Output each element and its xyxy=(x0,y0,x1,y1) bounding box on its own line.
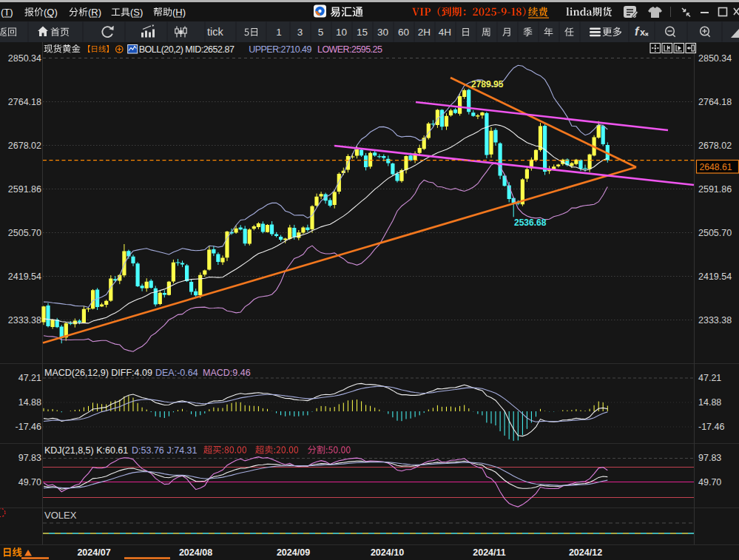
svg-text:(Q): (Q) xyxy=(44,7,58,18)
svg-text:LOWER:2595.25: LOWER:2595.25 xyxy=(317,44,382,55)
svg-text:-17.46: -17.46 xyxy=(698,422,724,432)
svg-text:97.83: 97.83 xyxy=(698,453,721,463)
svg-text:2H: 2H xyxy=(418,27,431,38)
svg-text:BOLL(20,2) MID:2652.87: BOLL(20,2) MID:2652.87 xyxy=(139,44,234,55)
svg-text:47.21: 47.21 xyxy=(18,373,41,383)
svg-text:47.21: 47.21 xyxy=(698,373,721,383)
svg-text:2789.95: 2789.95 xyxy=(471,79,504,90)
svg-text:VOLEX: VOLEX xyxy=(44,510,77,521)
svg-text:2419.54: 2419.54 xyxy=(698,271,732,282)
svg-text:-17.46: -17.46 xyxy=(16,422,41,432)
svg-text:10: 10 xyxy=(336,27,347,38)
svg-text:2505.70: 2505.70 xyxy=(8,228,41,238)
svg-text:(T): (T) xyxy=(1,7,13,18)
svg-text:2764.18: 2764.18 xyxy=(698,97,732,107)
svg-text:2024/11: 2024/11 xyxy=(473,547,506,558)
svg-text:2024/08: 2024/08 xyxy=(179,547,212,558)
svg-text:2419.54: 2419.54 xyxy=(8,271,41,282)
svg-text:2024/09: 2024/09 xyxy=(277,547,310,558)
svg-text:(S): (S) xyxy=(130,7,143,18)
svg-text:15: 15 xyxy=(357,27,368,38)
svg-text:x: x xyxy=(640,27,646,38)
svg-text:2333.38: 2333.38 xyxy=(698,315,732,325)
svg-text:14.88: 14.88 xyxy=(698,397,721,408)
svg-text:3: 3 xyxy=(297,27,303,38)
svg-text:2850.34: 2850.34 xyxy=(8,53,41,64)
svg-text:MACD(26,12,9) DIFF:4.09: MACD(26,12,9) DIFF:4.09 xyxy=(44,368,152,378)
svg-text:49.70: 49.70 xyxy=(698,477,721,488)
svg-text:60: 60 xyxy=(398,27,409,38)
svg-text:tick: tick xyxy=(207,26,224,38)
svg-text:2678.02: 2678.02 xyxy=(698,141,732,151)
svg-text:2591.86: 2591.86 xyxy=(698,184,732,195)
svg-text:4H: 4H xyxy=(439,27,451,38)
svg-text:2024/07: 2024/07 xyxy=(77,547,110,558)
svg-text:2505.70: 2505.70 xyxy=(698,228,732,238)
svg-text:UPPER:2710.49: UPPER:2710.49 xyxy=(249,44,311,55)
svg-text:30: 30 xyxy=(377,27,388,38)
svg-text:(R): (R) xyxy=(88,7,101,18)
svg-text:49.70: 49.70 xyxy=(18,477,41,488)
svg-text:2648.61: 2648.61 xyxy=(700,162,732,172)
svg-text:2536.68: 2536.68 xyxy=(514,217,547,228)
svg-text:2764.18: 2764.18 xyxy=(8,97,41,107)
svg-text:MACD:9.46: MACD:9.46 xyxy=(203,368,251,378)
svg-text:97.83: 97.83 xyxy=(18,453,41,463)
svg-text:2024/10: 2024/10 xyxy=(371,547,404,558)
svg-text:1: 1 xyxy=(276,27,282,38)
svg-text:2024/12: 2024/12 xyxy=(569,547,602,558)
svg-text:DEA:-0.64: DEA:-0.64 xyxy=(155,368,198,378)
svg-text:5: 5 xyxy=(318,27,324,38)
svg-text:2333.38: 2333.38 xyxy=(8,315,41,325)
svg-text:(H): (H) xyxy=(172,7,186,18)
svg-text:2591.86: 2591.86 xyxy=(8,184,41,195)
svg-text:2678.02: 2678.02 xyxy=(8,141,41,151)
svg-text:KDJ(21,8,5) K:60.61: KDJ(21,8,5) K:60.61 xyxy=(44,445,128,456)
svg-text:J:74.31: J:74.31 xyxy=(167,445,198,456)
svg-text:2850.34: 2850.34 xyxy=(698,53,732,64)
svg-text:14.88: 14.88 xyxy=(18,397,41,408)
svg-text:D:53.76: D:53.76 xyxy=(132,445,164,456)
